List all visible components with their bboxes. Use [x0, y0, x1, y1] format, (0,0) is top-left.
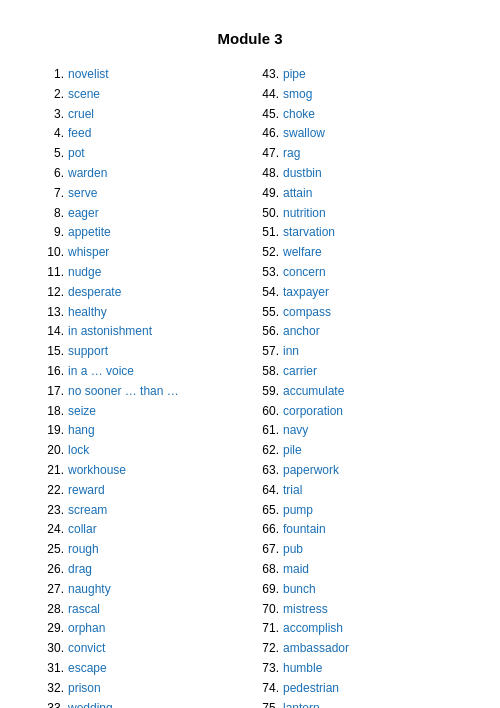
item-word: swallow	[283, 124, 325, 144]
list-item: 66.fountain	[255, 520, 460, 540]
list-item: 54.taxpayer	[255, 283, 460, 303]
item-number: 73.	[255, 659, 283, 679]
item-word: whisper	[68, 243, 109, 263]
list-item: 32.prison	[40, 679, 245, 699]
item-word: rag	[283, 144, 300, 164]
list-item: 55.compass	[255, 303, 460, 323]
item-word: workhouse	[68, 461, 126, 481]
list-item: 74.pedestrian	[255, 679, 460, 699]
item-number: 6.	[40, 164, 68, 184]
item-word: convict	[68, 639, 105, 659]
item-word: welfare	[283, 243, 322, 263]
item-word: starvation	[283, 223, 335, 243]
list-item: 53.concern	[255, 263, 460, 283]
item-number: 11.	[40, 263, 68, 283]
item-word: drag	[68, 560, 92, 580]
list-item: 21.workhouse	[40, 461, 245, 481]
item-word: collar	[68, 520, 97, 540]
item-number: 74.	[255, 679, 283, 699]
item-word: reward	[68, 481, 105, 501]
item-word: attain	[283, 184, 312, 204]
item-word: escape	[68, 659, 107, 679]
list-item: 62.pile	[255, 441, 460, 461]
item-number: 27.	[40, 580, 68, 600]
item-number: 17.	[40, 382, 68, 402]
list-item: 68.maid	[255, 560, 460, 580]
list-item: 14.in astonishment	[40, 322, 245, 342]
item-word: nudge	[68, 263, 101, 283]
list-item: 56.anchor	[255, 322, 460, 342]
list-item: 24.collar	[40, 520, 245, 540]
item-word: trial	[283, 481, 302, 501]
item-word: in astonishment	[68, 322, 152, 342]
item-word: in a … voice	[68, 362, 134, 382]
item-number: 75.	[255, 699, 283, 709]
item-number: 48.	[255, 164, 283, 184]
item-number: 31.	[40, 659, 68, 679]
list-item: 8.eager	[40, 204, 245, 224]
item-number: 3.	[40, 105, 68, 125]
list-item: 4.feed	[40, 124, 245, 144]
item-word: smog	[283, 85, 312, 105]
item-word: hang	[68, 421, 95, 441]
item-word: appetite	[68, 223, 111, 243]
item-number: 46.	[255, 124, 283, 144]
item-number: 49.	[255, 184, 283, 204]
list-item: 43.pipe	[255, 65, 460, 85]
item-number: 28.	[40, 600, 68, 620]
item-word: rascal	[68, 600, 100, 620]
item-number: 20.	[40, 441, 68, 461]
item-number: 23.	[40, 501, 68, 521]
item-word: eager	[68, 204, 99, 224]
item-number: 19.	[40, 421, 68, 441]
item-word: cruel	[68, 105, 94, 125]
list-item: 73.humble	[255, 659, 460, 679]
item-word: serve	[68, 184, 97, 204]
item-word: inn	[283, 342, 299, 362]
item-number: 25.	[40, 540, 68, 560]
list-item: 72.ambassador	[255, 639, 460, 659]
item-number: 67.	[255, 540, 283, 560]
list-item: 30.convict	[40, 639, 245, 659]
list-item: 3.cruel	[40, 105, 245, 125]
item-number: 51.	[255, 223, 283, 243]
item-number: 10.	[40, 243, 68, 263]
list-item: 7.serve	[40, 184, 245, 204]
item-number: 18.	[40, 402, 68, 422]
item-word: lantern	[283, 699, 320, 709]
item-word: pub	[283, 540, 303, 560]
item-number: 72.	[255, 639, 283, 659]
list-item: 27.naughty	[40, 580, 245, 600]
item-word: carrier	[283, 362, 317, 382]
item-number: 57.	[255, 342, 283, 362]
item-number: 55.	[255, 303, 283, 323]
item-word: prison	[68, 679, 101, 699]
list-item: 11.nudge	[40, 263, 245, 283]
item-word: naughty	[68, 580, 111, 600]
list-item: 65.pump	[255, 501, 460, 521]
list-item: 23.scream	[40, 501, 245, 521]
right-column: 43.pipe44.smog45.choke46.swallow47.rag48…	[255, 65, 460, 708]
list-item: 44.smog	[255, 85, 460, 105]
list-item: 31.escape	[40, 659, 245, 679]
item-number: 30.	[40, 639, 68, 659]
item-word: nutrition	[283, 204, 326, 224]
list-item: 12.desperate	[40, 283, 245, 303]
item-number: 64.	[255, 481, 283, 501]
item-word: accomplish	[283, 619, 343, 639]
item-number: 29.	[40, 619, 68, 639]
item-number: 56.	[255, 322, 283, 342]
list-item: 59.accumulate	[255, 382, 460, 402]
list-item: 33.wedding	[40, 699, 245, 709]
item-word: lock	[68, 441, 89, 461]
item-number: 4.	[40, 124, 68, 144]
list-item: 58.carrier	[255, 362, 460, 382]
item-number: 66.	[255, 520, 283, 540]
item-number: 69.	[255, 580, 283, 600]
item-word: choke	[283, 105, 315, 125]
item-number: 1.	[40, 65, 68, 85]
item-word: taxpayer	[283, 283, 329, 303]
item-number: 59.	[255, 382, 283, 402]
item-word: fountain	[283, 520, 326, 540]
list-item: 18.seize	[40, 402, 245, 422]
